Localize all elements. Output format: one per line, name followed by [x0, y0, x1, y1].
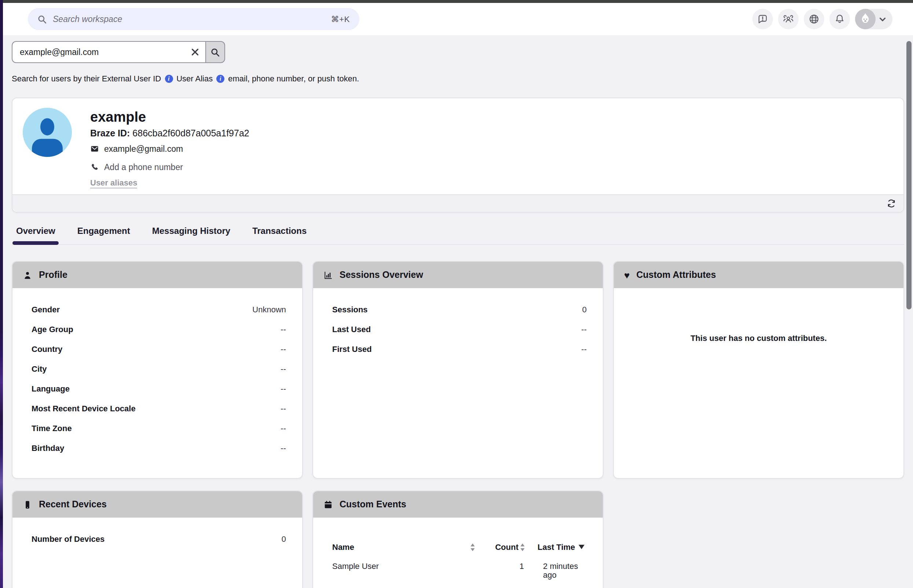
braze-id-label: Braze ID:: [90, 128, 130, 139]
search-helper-text: Search for users by their External User …: [12, 74, 904, 84]
profile-row: GenderUnknown: [32, 304, 286, 324]
recent-devices-card-title: Recent Devices: [39, 499, 107, 510]
person-silhouette-icon: [23, 108, 72, 157]
profile-row: Age Group--: [32, 324, 286, 344]
person-icon: [23, 270, 32, 280]
braze-id-value: 686cba2f60d87a005a1f97a2: [133, 128, 249, 139]
active-tab-indicator: [13, 241, 59, 245]
profile-card-title: Profile: [39, 270, 68, 280]
window-top-edge: [0, 0, 913, 3]
column-count: Count: [482, 543, 519, 551]
custom-events-table-header: Name Count Last Time: [332, 543, 593, 551]
user-name: example: [90, 109, 249, 125]
profile-card: Profile GenderUnknown Age Group-- Countr…: [12, 261, 303, 479]
custom-attributes-empty-message: This user has no custom attributes.: [614, 288, 903, 342]
help-button[interactable]: [752, 9, 773, 29]
helper-suffix: email, phone number, or push token.: [228, 74, 359, 84]
sort-count-button[interactable]: [519, 543, 526, 551]
user-email: example@gmail.com: [104, 144, 183, 153]
column-last-time[interactable]: Last Time: [538, 543, 585, 551]
sessions-row: Sessions0: [332, 304, 587, 324]
envelope-icon: [90, 144, 99, 153]
workspace-search-input[interactable]: [53, 15, 325, 23]
bell-icon: [834, 13, 845, 25]
sessions-card-header: Sessions Overview: [313, 262, 603, 288]
tab-engagement[interactable]: Engagement: [78, 225, 130, 244]
brand-flame-icon: [857, 11, 873, 27]
profile-tabs: Overview Engagement Messaging History Tr…: [12, 225, 904, 245]
topbar-actions: [752, 9, 892, 29]
search-icon: [210, 47, 220, 57]
tab-overview-label: Overview: [16, 226, 55, 236]
user-avatar: [23, 108, 72, 157]
vertical-scrollbar[interactable]: [907, 41, 911, 309]
profile-row: Language--: [32, 383, 286, 403]
sessions-row: First Used--: [332, 344, 587, 363]
collapsed-sidebar-edge: [0, 0, 3, 588]
custom-attributes-card-title: Custom Attributes: [636, 270, 716, 280]
custom-attributes-card: ♥ Custom Attributes This user has no cus…: [613, 261, 904, 479]
tab-messaging-history[interactable]: Messaging History: [152, 225, 230, 244]
user-lookup-input[interactable]: [12, 41, 205, 63]
devices-row: Number of Devices0: [32, 534, 286, 554]
people-icon: [782, 13, 794, 25]
user-aliases-link[interactable]: User aliases: [90, 178, 137, 188]
refresh-button[interactable]: [887, 199, 896, 208]
search-submit-button[interactable]: [205, 41, 225, 63]
column-name: Name: [332, 543, 469, 551]
account-menu[interactable]: [855, 9, 892, 29]
profile-row: Birthday--: [32, 443, 286, 463]
sessions-row: Last Used--: [332, 324, 587, 344]
avatar: [855, 9, 876, 29]
custom-events-card: Custom Events Name Count Last Time: [312, 491, 604, 588]
user-lookup: [12, 41, 225, 63]
top-navigation-bar: ⌘+K: [3, 3, 913, 35]
custom-attributes-card-header: ♥ Custom Attributes: [614, 262, 903, 288]
workspace-search[interactable]: ⌘+K: [28, 8, 359, 30]
user-alias-info-icon[interactable]: i: [217, 75, 225, 83]
notifications-button[interactable]: [829, 9, 850, 29]
overview-grid: Profile GenderUnknown Age Group-- Countr…: [12, 261, 904, 588]
braze-id-line: Braze ID: 686cba2f60d87a005a1f97a2: [90, 128, 249, 139]
phone-icon: [90, 163, 99, 171]
region-button[interactable]: [804, 9, 824, 29]
tab-overview[interactable]: Overview: [16, 225, 55, 244]
user-summary-card: example Braze ID: 686cba2f60d87a005a1f97…: [12, 97, 904, 213]
add-phone-link[interactable]: Add a phone number: [90, 163, 249, 171]
tab-transactions-label: Transactions: [252, 226, 307, 236]
custom-events-card-header: Custom Events: [313, 491, 603, 518]
search-shortcut-hint: ⌘+K: [331, 14, 350, 24]
page-content: Search for users by their External User …: [3, 35, 913, 588]
app-window: ⌘+K: [0, 0, 913, 588]
help-bubble-icon: [757, 13, 769, 25]
bar-chart-icon: [323, 270, 333, 280]
mobile-icon: [23, 500, 32, 509]
tab-transactions[interactable]: Transactions: [252, 225, 307, 244]
helper-prefix: Search for users by their External User …: [12, 74, 161, 84]
user-management-button[interactable]: [778, 9, 798, 29]
profile-row: Time Zone--: [32, 423, 286, 443]
sessions-overview-card: Sessions Overview Sessions0 Last Used-- …: [312, 261, 604, 479]
calendar-icon: [323, 500, 333, 509]
email-line: example@gmail.com: [90, 144, 249, 153]
tab-messaging-history-label: Messaging History: [152, 226, 230, 236]
refresh-icon: [887, 199, 896, 208]
sort-up-down-icon: [470, 543, 475, 551]
helper-alias: User Alias: [176, 74, 213, 84]
profile-row: Country--: [32, 344, 286, 363]
sort-up-down-icon: [520, 543, 525, 551]
add-phone-label: Add a phone number: [104, 163, 183, 171]
search-icon: [37, 14, 47, 24]
chevron-down-icon: [878, 14, 887, 24]
clear-search-button[interactable]: [189, 46, 201, 58]
custom-events-card-title: Custom Events: [339, 499, 406, 510]
sort-name-button[interactable]: [469, 543, 476, 551]
recent-devices-card: Recent Devices Number of Devices0: [12, 491, 303, 588]
custom-event-row: Sample User 1 2 minutes ago: [332, 562, 593, 579]
globe-icon: [808, 13, 820, 25]
user-card-footer: [13, 194, 903, 212]
recent-devices-card-header: Recent Devices: [13, 491, 302, 518]
profile-row: Most Recent Device Locale--: [32, 403, 286, 423]
close-icon: [191, 48, 199, 56]
external-id-info-icon[interactable]: i: [165, 75, 173, 83]
